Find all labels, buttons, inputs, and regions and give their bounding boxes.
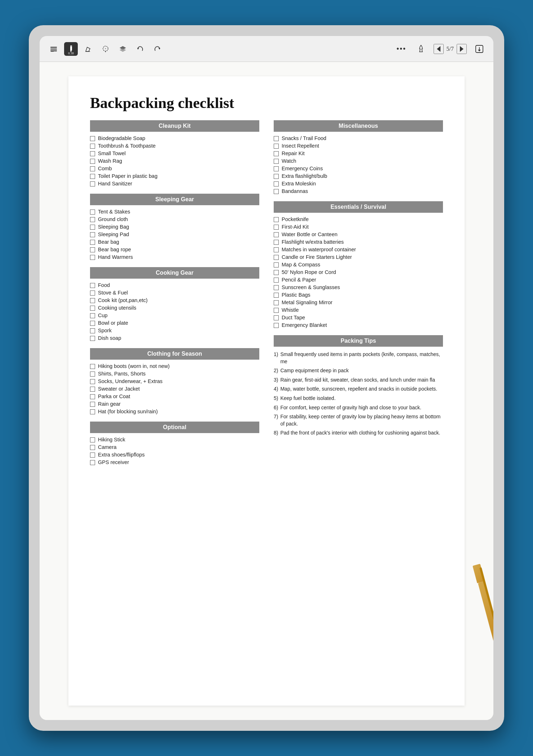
svg-marker-21 [478,50,481,51]
checkbox[interactable] [90,387,95,392]
checkbox[interactable] [90,372,95,377]
checkbox[interactable] [90,210,95,215]
misc-header: Miscellaneous [274,120,443,132]
checkbox[interactable] [90,409,95,414]
document: Backpacking checklist Cleanup Kit Biodeg… [68,76,465,706]
packing-tips-header: Packing Tips [274,335,443,347]
checkbox[interactable] [90,174,95,179]
checkbox[interactable] [90,255,95,260]
checkbox[interactable] [90,181,95,186]
pen-decoration [462,561,493,720]
checkbox[interactable] [274,240,279,245]
list-item: Matches in waterproof container [274,247,443,252]
checkbox[interactable] [274,315,279,320]
checkbox[interactable] [90,364,95,369]
checkbox[interactable] [90,313,95,318]
prev-page-button[interactable] [434,44,444,54]
checkbox[interactable] [90,166,95,171]
content-area: Backpacking checklist Cleanup Kit Biodeg… [40,62,493,720]
tip-item: 8) Pad the front of pack's interior with… [274,429,443,437]
lasso-button[interactable] [99,42,112,56]
checkbox[interactable] [90,159,95,164]
list-item: Toilet Paper in plastic bag [90,173,259,179]
layers-button[interactable] [116,42,130,56]
main-columns: Cleanup Kit Biodegradable Soap Toothbrus… [90,120,443,472]
list-item: 50' Nylon Rope or Cord [274,269,443,275]
more-options-button[interactable]: ••• [395,42,408,56]
checkbox[interactable] [90,306,95,311]
checkbox[interactable] [274,255,279,260]
checkbox[interactable] [90,225,95,230]
checkbox[interactable] [90,453,95,458]
list-item: Socks, Underwear, + Extras [90,378,259,384]
undo-button[interactable] [133,42,147,56]
list-item: Bandannas [274,188,443,194]
checkbox[interactable] [274,189,279,194]
optional-section: Optional Hiking Stick Camera Extra shoes… [90,422,259,465]
list-item: Small Towel [90,150,259,156]
checkbox[interactable] [274,136,279,141]
list-item: Insect Repellent [274,143,443,149]
list-item: Cup [90,312,259,318]
svg-marker-7 [86,47,90,51]
checkbox[interactable] [90,232,95,237]
checkbox[interactable] [274,262,279,267]
checkbox[interactable] [274,232,279,237]
checkbox[interactable] [274,166,279,171]
checkbox[interactable] [274,308,279,313]
redo-button[interactable] [151,42,164,56]
essentials-header: Essentials / Survival [274,201,443,213]
list-item: Emergency Coins [274,166,443,171]
checkbox[interactable] [90,151,95,156]
menu-button[interactable] [47,42,61,56]
export-button[interactable] [472,42,486,56]
checkbox[interactable] [274,278,279,283]
checkbox[interactable] [90,217,95,222]
checkbox[interactable] [274,293,279,298]
checkbox[interactable] [274,217,279,222]
checkbox[interactable] [90,283,95,288]
checkbox[interactable] [274,247,279,252]
list-item: Hand Sanitizer [90,181,259,186]
svg-point-16 [420,45,421,46]
checkbox[interactable] [90,437,95,442]
checkbox[interactable] [90,291,95,296]
tip-item: 1) Small frequently used items in pants … [274,351,443,365]
svg-marker-15 [158,48,160,50]
checkbox[interactable] [90,336,95,341]
checkbox[interactable] [90,394,95,399]
eraser-button[interactable] [81,42,95,56]
page-indicator: 5/7 [447,46,454,52]
checkbox[interactable] [274,323,279,328]
list-item: Tent & Stakes [90,209,259,215]
checkbox[interactable] [90,445,95,450]
checkbox[interactable] [90,298,95,303]
checkbox[interactable] [274,181,279,186]
checkbox[interactable] [90,328,95,333]
list-item: Comb [90,166,259,171]
list-item: Flashlight w/extra batteries [274,239,443,245]
list-item: Sunscreen & Sunglasses [274,284,443,290]
checkbox[interactable] [274,225,279,230]
checkbox[interactable] [274,270,279,275]
list-item: Wash Rag [90,158,259,164]
checkbox[interactable] [274,300,279,305]
checkbox[interactable] [274,285,279,290]
packing-tips-section: Packing Tips 1) Small frequently used it… [274,335,443,437]
checkbox[interactable] [274,151,279,156]
list-item: Toothbrush & Toothpaste [90,143,259,149]
checkbox[interactable] [90,402,95,407]
checkbox[interactable] [90,144,95,149]
checkbox[interactable] [90,240,95,245]
checkbox[interactable] [274,159,279,164]
checkbox[interactable] [90,321,95,326]
checkbox[interactable] [90,460,95,465]
next-page-button[interactable] [457,44,467,54]
touch-mode-button[interactable] [414,42,428,56]
checkbox[interactable] [274,144,279,149]
checkbox[interactable] [90,136,95,141]
checkbox[interactable] [274,174,279,179]
list-item: Snacks / Trail Food [274,135,443,141]
checkbox[interactable] [90,247,95,252]
checkbox[interactable] [90,379,95,384]
